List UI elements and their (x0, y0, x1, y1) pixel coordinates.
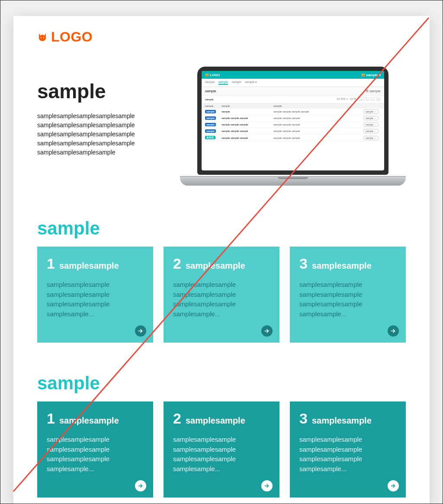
row-open-button[interactable]: sample (363, 129, 379, 133)
app-topbar: LOGO sample ▾ (202, 71, 384, 79)
subbar-title: sample (205, 89, 216, 93)
table-row: samplesample sample samplesample sample … (202, 128, 384, 135)
feature-card: 3samplesamplesamplesamplesample samplesa… (290, 401, 406, 498)
pager-controls: 50 件中 1 - 10 件 « ‹ › » (335, 97, 381, 101)
pager-last[interactable]: » (376, 97, 381, 101)
cell-name: sample sample sample (222, 137, 273, 139)
pager-prev[interactable]: ‹ (365, 97, 369, 101)
laptop-mockup: LOGO sample ▾ sample sample sample sampl… (180, 67, 406, 188)
row-open-button[interactable]: sample (363, 136, 379, 140)
section1-title: sample (37, 218, 406, 239)
app-tabs: sample sample sample sample ▾ (202, 79, 384, 87)
arrow-right-icon[interactable] (388, 480, 399, 491)
row-open-button[interactable]: sample (363, 122, 379, 127)
card-body: samplesamplesample samplesamplesample sa… (173, 280, 270, 319)
hero-title: sample (37, 80, 167, 103)
card-number: 2 (173, 255, 181, 272)
hero-body: samplesamplesamplesamplesample samplesam… (37, 112, 167, 157)
table-row: samplesample sample samplesample sample … (202, 115, 384, 122)
card-number: 3 (299, 410, 308, 427)
app-brand: LOGO (205, 73, 220, 77)
arrow-right-icon[interactable] (388, 325, 399, 337)
status-badge: sample (205, 110, 216, 113)
arrow-right-icon[interactable] (261, 480, 273, 491)
pager-label: sample (205, 98, 213, 101)
tab-1[interactable]: sample (218, 80, 228, 85)
pager-range: 50 件中 1 - 10 件 (336, 97, 358, 101)
feature-card: 1samplesamplesamplesamplesample samplesa… (37, 247, 153, 343)
arrow-right-icon[interactable] (135, 480, 146, 491)
status-badge: sample (205, 123, 216, 126)
cell-name: sample sample sample (222, 130, 273, 132)
card-title: samplesample (312, 416, 372, 426)
brand-logo: LOGO (37, 29, 406, 45)
card-number: 2 (173, 410, 181, 427)
pager-first[interactable]: « (359, 97, 363, 101)
feature-card: 3samplesamplesamplesamplesample samplesa… (290, 247, 406, 343)
card-number: 1 (47, 410, 55, 427)
card-body: samplesamplesample samplesamplesample sa… (299, 280, 396, 319)
feature-card: 2samplesamplesamplesamplesample samplesa… (164, 401, 279, 498)
cell-desc: sample sample sample (273, 130, 363, 132)
settings-link[interactable]: ⚙ sample (366, 89, 381, 93)
card-body: samplesamplesample samplesamplesample sa… (299, 435, 396, 474)
cat-icon (37, 32, 48, 42)
card-number: 1 (47, 255, 55, 272)
cell-name: sample sample sample (222, 117, 273, 119)
cell-name: sample sample sample (222, 123, 273, 126)
cell-desc: sample sample sample sample (273, 110, 363, 113)
card-body: samplesamplesample samplesamplesample sa… (47, 280, 144, 319)
tab-2[interactable]: sample (231, 80, 241, 85)
table-row: samplesample sample samplesample sample … (202, 122, 384, 128)
row-open-button[interactable]: sample (363, 116, 379, 120)
logo-text: LOGO (51, 29, 93, 45)
pager-next[interactable]: › (370, 97, 375, 101)
svg-point-0 (41, 37, 42, 38)
cell-name: sample (222, 110, 273, 113)
status-badge: sample (205, 129, 216, 133)
card-title: samplesample (312, 261, 372, 271)
feature-card: 2samplesamplesamplesamplesample samplesa… (164, 247, 279, 343)
tab-0[interactable]: sample (205, 80, 215, 85)
feature-card: 1samplesamplesamplesamplesample samplesa… (37, 401, 153, 498)
table-row: 未対応sample sample samplesample sample sam… (202, 135, 384, 141)
cell-desc: sample sample sample (273, 117, 363, 119)
arrow-right-icon[interactable] (135, 325, 146, 337)
cell-desc: sample sample sample (273, 137, 363, 139)
table-header: sample sample sample (202, 103, 384, 109)
card-body: samplesamplesample samplesamplesample sa… (173, 435, 270, 474)
app-user[interactable]: sample ▾ (361, 73, 381, 77)
card-title: samplesample (186, 416, 245, 426)
section2-title: sample (37, 373, 406, 394)
arrow-right-icon[interactable] (261, 325, 273, 337)
card-number: 3 (299, 255, 308, 272)
card-title: samplesample (59, 261, 119, 271)
row-open-button[interactable]: sample (363, 109, 379, 114)
card-title: samplesample (186, 261, 245, 271)
status-badge: sample (205, 116, 216, 120)
card-title: samplesample (59, 416, 119, 426)
table-row: samplesamplesample sample sample samples… (202, 109, 384, 115)
svg-point-1 (43, 37, 44, 38)
card-body: samplesamplesample samplesamplesample sa… (47, 435, 144, 474)
status-badge: 未対応 (205, 136, 215, 139)
tab-3[interactable]: sample ▾ (245, 80, 257, 85)
cell-desc: sample sample sample (273, 123, 363, 126)
